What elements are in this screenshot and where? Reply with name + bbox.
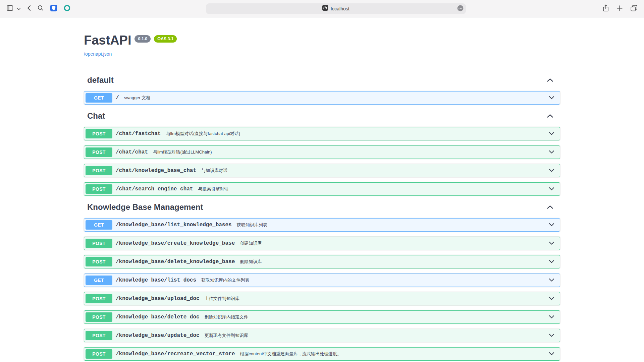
expand-chevron-down-icon[interactable] xyxy=(549,334,554,337)
share-button[interactable] xyxy=(601,3,610,14)
teal-ring-extension-icon xyxy=(64,5,70,12)
urlbar-container: localhost xyxy=(76,3,596,14)
operation-description: 创建知识库 xyxy=(240,240,262,246)
blue-shield-extension-icon xyxy=(50,5,57,12)
operation-row[interactable]: POST /chat/fastchat 与llm模型对话(直接与fastchat… xyxy=(84,127,560,140)
operation-description: 删除知识库内指定文件 xyxy=(205,314,248,320)
operation-path: /knowledge_base/create_knowledge_base xyxy=(116,240,235,246)
operation-description: 与知识库对话 xyxy=(201,168,227,174)
toolbar-left-group xyxy=(5,3,76,14)
operation-row[interactable]: GET / swagger 文档 xyxy=(84,91,560,105)
expand-chevron-down-icon[interactable] xyxy=(549,132,554,135)
operation-row[interactable]: POST /chat/search_engine_chat 与搜索引擎对话 xyxy=(84,182,560,196)
toolbar-right-group xyxy=(596,3,639,14)
expand-chevron-down-icon[interactable] xyxy=(549,96,554,100)
operation-path: /knowledge_base/list_docs xyxy=(116,277,196,283)
operation-description: 删除知识库 xyxy=(240,259,262,265)
operation-description: 上传文件到知识库 xyxy=(205,296,239,302)
version-badge: 0.1.0 xyxy=(135,35,151,43)
extension-button-blue[interactable] xyxy=(49,3,58,14)
expand-chevron-down-icon[interactable] xyxy=(549,169,554,172)
collapse-chevron-up-icon[interactable] xyxy=(547,78,553,82)
chevron-down-icon xyxy=(17,6,20,11)
method-badge: POST xyxy=(86,312,112,322)
sidebar-menu-button[interactable] xyxy=(16,5,22,12)
expand-chevron-down-icon[interactable] xyxy=(549,223,554,227)
expand-chevron-down-icon[interactable] xyxy=(549,278,554,282)
operation-path: /knowledge_base/upload_doc xyxy=(116,296,200,302)
operation-description: 获取知识库内的文件列表 xyxy=(201,277,249,283)
operation-description: 获取知识库列表 xyxy=(237,222,267,228)
operation-path: /knowledge_base/delete_doc xyxy=(116,314,200,320)
operation-description: swagger 文档 xyxy=(124,95,151,101)
section-header[interactable]: Knowledge Base Management xyxy=(84,201,560,214)
operation-path: /knowledge_base/delete_knowledge_base xyxy=(116,259,235,265)
operation-path: /chat/search_engine_chat xyxy=(116,186,193,192)
operation-path: /chat/chat xyxy=(116,149,148,155)
tab-overview-button[interactable] xyxy=(629,4,639,14)
method-badge: POST xyxy=(86,257,112,266)
operation-path: /chat/knowledge_base_chat xyxy=(116,168,196,174)
method-badge: POST xyxy=(86,129,112,138)
section-title: Chat xyxy=(87,111,105,121)
method-badge: POST xyxy=(86,349,112,359)
collapse-chevron-up-icon[interactable] xyxy=(547,114,553,118)
method-badge: POST xyxy=(86,166,112,175)
method-badge: POST xyxy=(86,331,112,340)
method-badge: POST xyxy=(86,294,112,303)
section-header[interactable]: Chat xyxy=(84,110,560,123)
operation-description: 根据content中文档重建向量库，流式输出处理进度。 xyxy=(240,351,341,357)
new-tab-button[interactable] xyxy=(615,4,624,13)
back-button[interactable] xyxy=(26,4,32,13)
api-section: default GET / swagger 文档 xyxy=(84,74,560,105)
operation-path: /knowledge_base/update_doc xyxy=(116,333,200,339)
api-section: Chat POST /chat/fastchat 与llm模型对话(直接与fas… xyxy=(84,110,560,196)
operation-path: /chat/fastchat xyxy=(116,131,161,137)
collapse-chevron-up-icon[interactable] xyxy=(547,205,553,209)
operation-row[interactable]: GET /knowledge_base/list_knowledge_bases… xyxy=(84,218,560,232)
section-header[interactable]: default xyxy=(84,74,560,87)
tab-overview-icon xyxy=(631,5,637,12)
url-text: localhost xyxy=(331,6,349,11)
operation-description: 更新现有文件到知识库 xyxy=(205,333,248,339)
site-settings-icon[interactable] xyxy=(322,5,328,12)
operation-description: 与llm模型对话(直接与fastchat api对话) xyxy=(166,131,240,137)
page-menu-button[interactable] xyxy=(457,5,464,12)
operation-row[interactable]: POST /chat/chat 与llm模型对话(通过LLMChain) xyxy=(84,145,560,159)
api-title-text: FastAPI xyxy=(84,33,131,48)
expand-chevron-down-icon[interactable] xyxy=(549,260,554,263)
operation-row[interactable]: POST /knowledge_base/recreate_vector_sto… xyxy=(84,347,560,361)
oas-badge: OAS 3.1 xyxy=(154,35,177,43)
operation-row[interactable]: POST /knowledge_base/update_doc 更新现有文件到知… xyxy=(84,329,560,342)
expand-chevron-down-icon[interactable] xyxy=(549,150,554,154)
operation-row[interactable]: POST /knowledge_base/upload_doc 上传文件到知识库 xyxy=(84,292,560,305)
operation-row[interactable]: POST /knowledge_base/delete_knowledge_ba… xyxy=(84,255,560,268)
operation-row[interactable]: GET /knowledge_base/list_docs 获取知识库内的文件列… xyxy=(84,274,560,287)
openapi-spec-link[interactable]: /openapi.json xyxy=(84,51,112,57)
browser-toolbar: localhost xyxy=(0,0,644,17)
expand-chevron-down-icon[interactable] xyxy=(549,352,554,356)
sidebar-toggle-button[interactable] xyxy=(5,4,14,13)
operation-row[interactable]: POST /chat/knowledge_base_chat 与知识库对话 xyxy=(84,164,560,177)
address-bar[interactable]: localhost xyxy=(206,3,466,14)
method-badge: GET xyxy=(86,220,112,230)
search-icon xyxy=(38,5,44,12)
extension-button-teal[interactable] xyxy=(62,3,72,14)
operation-row[interactable]: POST /knowledge_base/create_knowledge_ba… xyxy=(84,237,560,250)
sections: default GET / swagger 文档 Chat POST /chat… xyxy=(84,74,560,361)
expand-chevron-down-icon[interactable] xyxy=(549,297,554,300)
expand-chevron-down-icon[interactable] xyxy=(549,241,554,245)
url-site-group: localhost xyxy=(322,5,349,12)
operation-path: /knowledge_base/list_knowledge_bases xyxy=(116,222,232,228)
page-content: FastAPI 0.1.0 OAS 3.1 /openapi.json defa… xyxy=(0,17,644,362)
operation-row[interactable]: POST /knowledge_base/delete_doc 删除知识库内指定… xyxy=(84,310,560,324)
operation-path: /knowledge_base/recreate_vector_store xyxy=(116,351,235,357)
expand-chevron-down-icon[interactable] xyxy=(549,315,554,319)
search-button[interactable] xyxy=(36,4,45,13)
operation-path: / xyxy=(116,95,119,101)
expand-chevron-down-icon[interactable] xyxy=(549,187,554,191)
method-badge: GET xyxy=(86,276,112,285)
sidebar-icon xyxy=(7,5,13,12)
method-badge: POST xyxy=(86,147,112,157)
new-tab-plus-icon xyxy=(617,5,623,12)
